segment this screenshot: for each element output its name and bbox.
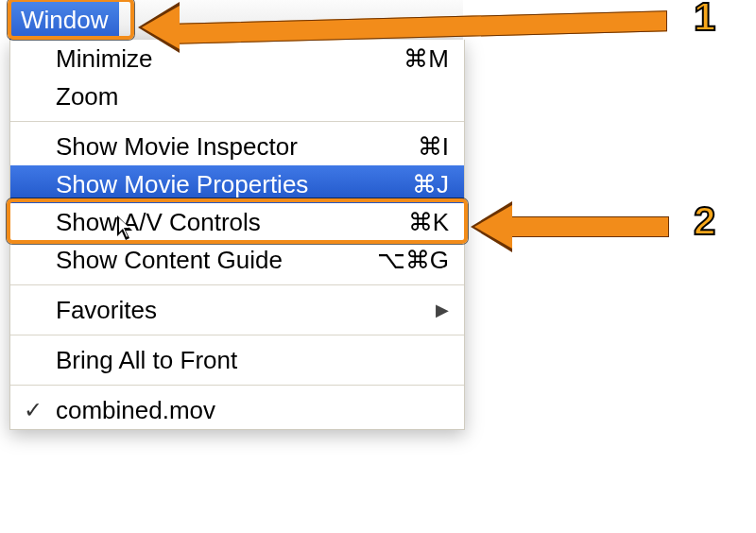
menu-item-show-content-guide[interactable]: Show Content Guide ⌥⌘G <box>10 241 464 279</box>
menu-item-label: Minimize <box>56 44 364 74</box>
menu-item-shortcut: ⌘K <box>364 208 449 237</box>
menu-item-shortcut: ⌘M <box>364 44 449 74</box>
menu-item-label: Zoom <box>56 82 364 112</box>
window-menu-label: Window <box>21 6 108 34</box>
menu-separator <box>10 284 464 285</box>
menu-item-label: Show Movie Inspector <box>56 132 364 162</box>
menu-item-show-movie-inspector[interactable]: Show Movie Inspector ⌘I <box>10 128 464 165</box>
submenu-arrow-icon: ▶ <box>436 300 449 320</box>
menu-item-minimize[interactable]: Minimize ⌘M <box>10 40 464 77</box>
menu-item-show-av-controls[interactable]: Show A/V Controls ⌘K <box>10 203 464 241</box>
annotation-arrow-2 <box>474 203 682 250</box>
checkmark-icon: ✓ <box>24 397 43 423</box>
menu-item-label: Show A/V Controls <box>56 208 364 237</box>
tutorial-screenshot: Window Minimize ⌘M Zoom Show Movie Inspe… <box>0 0 756 533</box>
menu-separator <box>10 385 464 386</box>
menu-separator <box>10 335 464 335</box>
menu-item-show-movie-properties[interactable]: Show Movie Properties ⌘J <box>10 165 464 203</box>
menu-item-zoom[interactable]: Zoom <box>10 77 464 115</box>
menu-item-shortcut: ⌥⌘G <box>364 246 449 275</box>
window-menu-title[interactable]: Window <box>9 0 119 40</box>
menu-item-label: Favorites <box>56 296 436 325</box>
menu-item-label: Show Movie Properties <box>56 170 364 199</box>
step-number-1: 1 <box>694 0 715 40</box>
menu-item-bring-all-to-front[interactable]: Bring All to Front <box>10 341 464 379</box>
menu-item-label: Bring All to Front <box>56 346 449 375</box>
window-menu-dropdown: Minimize ⌘M Zoom Show Movie Inspector ⌘I… <box>9 40 465 430</box>
step-number-2: 2 <box>694 198 715 244</box>
menu-item-favorites[interactable]: Favorites ▶ <box>10 291 464 329</box>
menu-item-label: Show Content Guide <box>56 246 364 275</box>
menu-item-shortcut: ⌘I <box>364 132 449 162</box>
menu-item-shortcut: ⌘J <box>364 170 449 199</box>
menu-item-window-combined[interactable]: ✓ combined.mov <box>10 391 464 429</box>
menu-separator <box>10 121 464 122</box>
menu-item-label: combined.mov <box>56 396 449 425</box>
